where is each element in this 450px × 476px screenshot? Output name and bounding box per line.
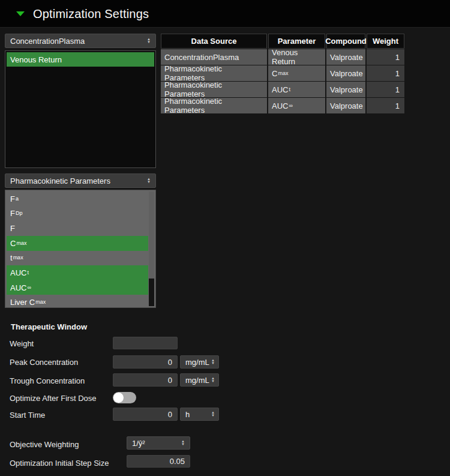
initial-step-size-label: Optimization Initial Step Size <box>10 459 109 468</box>
weight-input[interactable] <box>113 337 178 349</box>
pk-parameters-combobox[interactable]: Pharmacokinetic Parameters ▲▼ <box>5 173 156 188</box>
table-cell-parameter: AUC∞ <box>268 98 325 113</box>
peak-concentration-unit-select[interactable]: mg/mL ▲▼ <box>180 355 219 369</box>
table-cell-weight[interactable]: 1 <box>367 82 404 97</box>
list-item-venous-return[interactable]: Venous Return <box>7 52 154 67</box>
list-item-fa[interactable]: Fa <box>7 191 148 206</box>
trough-concentration-label: Trough Concentration <box>10 376 85 385</box>
data-source-combobox-value: ConcentrationPlasma <box>10 37 147 46</box>
list-item-cmax[interactable]: Cmax <box>7 236 148 251</box>
spinner-up-down-icon[interactable]: ▲▼ <box>211 359 215 365</box>
collapse-triangle-icon[interactable] <box>16 11 25 16</box>
table-cell-data-source: ConcentrationPlasma <box>161 49 267 65</box>
spinner-up-down-icon[interactable]: ▲▼ <box>147 38 151 44</box>
data-source-combobox[interactable]: ConcentrationPlasma ▲▼ <box>5 34 156 48</box>
peak-concentration-label: Peak Concentration <box>10 358 78 367</box>
objective-weighting-combobox[interactable]: 1/ŷ² ▲▼ <box>127 436 190 450</box>
table-cell-compound: Valproate <box>326 49 365 65</box>
table-cell-data-source: Pharmacokinetic Parameters <box>161 65 267 81</box>
pk-parameters-list[interactable]: Fa FDp F Cmax tmax AUCt AUC∞ Liver Cmax <box>5 190 156 308</box>
start-time-label: Start Time <box>10 411 45 420</box>
objective-weighting-label: Objective Weighting <box>10 440 79 449</box>
trough-concentration-unit-select[interactable]: mg/mL ▲▼ <box>180 373 219 387</box>
scrollbar-track[interactable] <box>149 191 154 306</box>
optimization-targets-table: Data Source Parameter Compound Weight Co… <box>161 34 404 113</box>
list-item-aucinf[interactable]: AUC∞ <box>7 280 148 295</box>
table-cell-parameter: Cmax <box>268 65 325 81</box>
table-cell-data-source: Pharmacokinetic Parameters <box>161 82 267 97</box>
list-item-fdp[interactable]: FDp <box>7 206 148 221</box>
column-header-data-source: Data Source <box>161 34 267 49</box>
start-time-unit-select[interactable]: h ▲▼ <box>180 408 219 421</box>
table-cell-parameter: AUCt <box>268 82 325 97</box>
spinner-up-down-icon[interactable]: ▲▼ <box>211 411 215 417</box>
trough-concentration-input[interactable] <box>113 373 178 387</box>
optimization-settings-panel: Optimization Settings ConcentrationPlasm… <box>0 0 450 476</box>
section-header: Optimization Settings <box>0 0 450 28</box>
spinner-up-down-icon[interactable]: ▲▼ <box>147 178 151 184</box>
optimize-after-first-dose-toggle[interactable] <box>113 392 136 403</box>
start-time-input[interactable] <box>113 408 178 421</box>
toggle-knob <box>113 393 124 403</box>
optimize-after-first-dose-label: Optimize After First Dose <box>10 394 96 403</box>
table-cell-data-source: Pharmacokinetic Parameters <box>161 98 267 113</box>
column-header-compound: Compound <box>326 34 365 49</box>
table-cell-compound: Valproate <box>326 98 365 113</box>
therapeutic-window-title: Therapeutic Window <box>11 322 87 331</box>
pk-parameters-combobox-value: Pharmacokinetic Parameters <box>10 176 147 185</box>
initial-step-size-input[interactable] <box>127 455 190 468</box>
peak-concentration-input[interactable] <box>113 355 178 369</box>
page-title: Optimization Settings <box>33 0 149 28</box>
weight-label: Weight <box>10 339 34 348</box>
list-item-f[interactable]: F <box>7 221 148 236</box>
column-header-parameter: Parameter <box>268 34 325 49</box>
table-cell-weight[interactable]: 1 <box>367 49 404 65</box>
table-cell-parameter: Venous Return <box>268 49 325 65</box>
table-cell-compound: Valproate <box>326 82 365 97</box>
table-cell-weight[interactable]: 1 <box>367 65 404 81</box>
scrollbar-thumb[interactable] <box>149 191 154 279</box>
list-item-auct[interactable]: AUCt <box>7 265 148 280</box>
list-item-tmax[interactable]: tmax <box>7 251 148 266</box>
spinner-up-down-icon[interactable]: ▲▼ <box>211 377 215 383</box>
spinner-up-down-icon[interactable]: ▲▼ <box>181 440 185 446</box>
list-item-liver-cmax[interactable]: Liver Cmax <box>7 295 148 308</box>
data-source-output-list[interactable]: Venous Return <box>5 50 156 168</box>
column-header-weight: Weight <box>367 34 404 49</box>
table-cell-compound: Valproate <box>326 65 365 81</box>
table-cell-weight[interactable]: 1 <box>367 98 404 113</box>
